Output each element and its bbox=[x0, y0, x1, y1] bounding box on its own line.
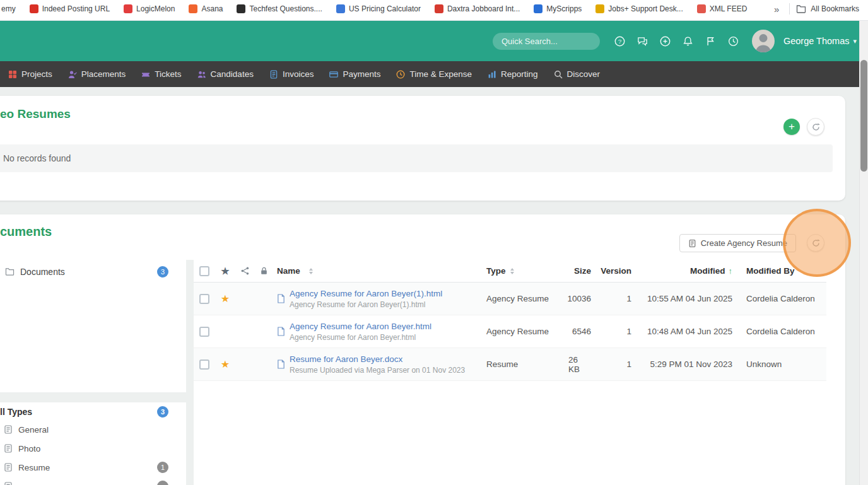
file-icon bbox=[277, 294, 285, 303]
bookmark-favicon-icon bbox=[30, 4, 38, 13]
create-agency-resume-button[interactable]: Create Agency Resume bbox=[679, 234, 796, 252]
select-all-checkbox[interactable] bbox=[199, 266, 209, 276]
history-icon[interactable] bbox=[726, 34, 741, 49]
column-header-size[interactable]: Size bbox=[568, 266, 599, 276]
cell-type: Agency Resume bbox=[486, 294, 549, 303]
star-column-icon[interactable]: ★ bbox=[221, 266, 229, 276]
bookmark-item[interactable]: emy bbox=[0, 4, 23, 13]
nav-invoices[interactable]: Invoices bbox=[269, 69, 314, 79]
nav-label: Payments bbox=[343, 69, 380, 79]
document-subtitle: Agency Resume for Aaron Beyer.html bbox=[290, 333, 431, 342]
table-row[interactable]: ★ Agency Resume for Aaron Beyer(1).html … bbox=[194, 283, 826, 315]
sort-ascending-icon[interactable]: ↑ bbox=[729, 266, 733, 276]
bookmark-favicon-icon bbox=[189, 4, 197, 13]
document-link[interactable]: Agency Resume for Aaron Beyer(1).html bbox=[290, 289, 442, 298]
nav-projects[interactable]: Projects bbox=[8, 69, 52, 79]
bookmark-label: Indeed Posting URL bbox=[42, 4, 110, 13]
payments-icon bbox=[329, 70, 338, 79]
type-label: Resume bbox=[18, 463, 50, 472]
nav-tickets[interactable]: Tickets bbox=[141, 69, 181, 79]
add-icon[interactable] bbox=[658, 34, 672, 49]
column-header-version[interactable]: Version bbox=[599, 266, 636, 276]
column-header-modified-by[interactable]: Modified By bbox=[737, 266, 826, 276]
sidebar-type-general[interactable]: General bbox=[0, 420, 186, 439]
quick-search[interactable] bbox=[493, 33, 600, 50]
document-type-icon bbox=[4, 482, 12, 485]
document-link[interactable]: Agency Resume for Aaron Beyer.html bbox=[290, 322, 431, 331]
bookmark-item[interactable]: US Pricing Calculator bbox=[329, 4, 428, 13]
nav-label: Placements bbox=[81, 69, 126, 79]
add-video-resume-button[interactable]: + bbox=[783, 119, 800, 135]
cell-version: 1 bbox=[626, 359, 631, 369]
nav-placements[interactable]: Placements bbox=[68, 69, 126, 79]
bookmark-item[interactable]: Asana bbox=[182, 4, 230, 13]
discover-search-icon bbox=[554, 70, 563, 79]
screen: emy Indeed Posting URL LogicMelon Asana … bbox=[0, 0, 868, 485]
chat-icon[interactable] bbox=[635, 34, 650, 49]
section-title: eo Resumes bbox=[0, 107, 71, 121]
star-icon[interactable]: ★ bbox=[221, 359, 230, 370]
column-label: Name bbox=[277, 266, 300, 276]
bookmark-favicon-icon bbox=[534, 4, 542, 13]
row-checkbox[interactable] bbox=[199, 327, 209, 337]
nav-candidates[interactable]: Candidates bbox=[197, 69, 254, 79]
table-row[interactable]: Agency Resume for Aaron Beyer.html Agenc… bbox=[194, 315, 826, 348]
bookmarks-overflow-chevron[interactable]: » bbox=[770, 4, 783, 15]
share-icon[interactable] bbox=[240, 266, 250, 276]
row-checkbox[interactable] bbox=[199, 294, 209, 304]
nav-payments[interactable]: Payments bbox=[329, 69, 380, 79]
document-link[interactable]: Resume for Aaron Beyer.docx bbox=[290, 354, 465, 364]
document-type-icon bbox=[4, 425, 12, 434]
refresh-button[interactable] bbox=[807, 118, 824, 136]
candidates-icon bbox=[197, 70, 206, 79]
nav-reporting[interactable]: Reporting bbox=[488, 69, 538, 79]
sidebar-type-resume[interactable]: Resume 1 bbox=[0, 458, 186, 477]
cell-modified: 5:29 PM 01 Nov 2023 bbox=[650, 359, 732, 369]
help-icon[interactable]: ? bbox=[613, 34, 627, 49]
bookmark-item[interactable]: Indeed Posting URL bbox=[23, 4, 117, 13]
bookmark-label: Asana bbox=[201, 4, 223, 13]
column-label: Modified bbox=[690, 266, 725, 276]
lock-icon[interactable] bbox=[259, 266, 269, 276]
notifications-icon[interactable] bbox=[681, 34, 695, 49]
reporting-icon bbox=[488, 70, 496, 79]
bookmark-item[interactable]: Techfest Questions.... bbox=[230, 4, 329, 13]
refresh-button[interactable] bbox=[807, 234, 824, 252]
app-header: ? George Thomas ▾ bbox=[0, 21, 868, 61]
nav-time-expense[interactable]: Time & Expense bbox=[396, 69, 472, 79]
table-row[interactable]: ★ Resume for Aaron Beyer.docx Resume Upl… bbox=[194, 348, 826, 381]
column-header-modified[interactable]: Modified ↑ bbox=[636, 266, 737, 276]
flag-icon[interactable] bbox=[703, 34, 718, 49]
bookmark-item[interactable]: Jobs+ Support Desk... bbox=[589, 4, 689, 13]
time-expense-icon bbox=[396, 70, 405, 79]
nav-discover[interactable]: Discover bbox=[554, 69, 601, 79]
user-name: George Thomas bbox=[783, 36, 850, 46]
bookmark-item[interactable]: LogicMelon bbox=[117, 4, 182, 13]
sidebar-type-photo[interactable]: Photo bbox=[0, 439, 186, 458]
cell-version: 1 bbox=[626, 294, 631, 303]
sort-icon[interactable] bbox=[309, 268, 313, 274]
bookmark-item[interactable]: XML FEED bbox=[690, 4, 754, 13]
nav-label: Projects bbox=[21, 69, 52, 79]
all-bookmarks-button[interactable]: All Bookmarks bbox=[796, 4, 862, 13]
main-nav: Projects Placements Tickets Candidates I… bbox=[0, 61, 868, 87]
divider bbox=[0, 392, 186, 402]
quick-search-input[interactable] bbox=[501, 37, 591, 46]
count-badge: 1 bbox=[157, 462, 168, 473]
folder-icon bbox=[796, 4, 806, 13]
sidebar-folder-documents[interactable]: Documents 3 bbox=[0, 260, 186, 283]
scrollbar-track[interactable] bbox=[859, 21, 868, 485]
column-header-type[interactable]: Type bbox=[486, 266, 568, 276]
avatar[interactable] bbox=[752, 30, 775, 52]
row-checkbox[interactable] bbox=[199, 359, 209, 370]
bookmark-item[interactable]: MyScripps bbox=[527, 4, 589, 13]
sidebar-type-partial[interactable] bbox=[0, 477, 186, 485]
cell-modified: 10:55 AM 04 Jun 2025 bbox=[647, 294, 732, 303]
column-header-name[interactable]: Name bbox=[273, 266, 486, 276]
user-menu[interactable]: George Thomas ▾ bbox=[783, 36, 857, 46]
invoices-icon bbox=[269, 70, 278, 79]
scrollbar-thumb[interactable] bbox=[860, 60, 867, 172]
bookmark-item[interactable]: Daxtra Jobboard Int... bbox=[428, 4, 527, 13]
star-icon[interactable]: ★ bbox=[221, 294, 230, 304]
sort-icon[interactable] bbox=[510, 268, 514, 274]
